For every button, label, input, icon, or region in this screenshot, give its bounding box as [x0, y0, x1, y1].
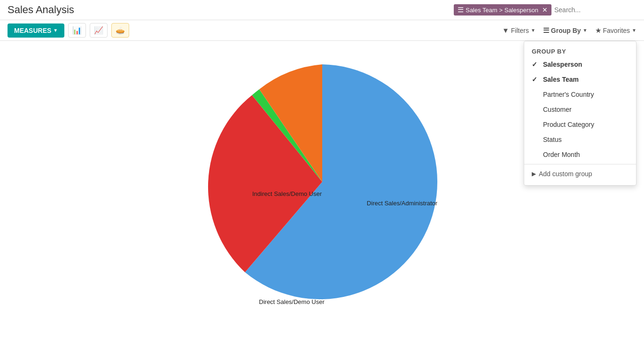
dropdown-title: Group By	[524, 45, 636, 57]
hamburger-icon: ☰	[458, 6, 464, 14]
page-title: Sales Analysis	[8, 4, 74, 16]
groupby-label-country: Partner's Country	[543, 91, 594, 98]
groupby-label-ordermonth: Order Month	[543, 151, 580, 158]
groupby-item-customer[interactable]: Customer	[524, 102, 636, 117]
top-bar: Sales Analysis ☰ Sales Team > Salesperso…	[0, 0, 644, 20]
groupby-arrow: ▼	[583, 28, 588, 33]
filters-arrow: ▼	[531, 28, 535, 33]
groupby-item-salesperson[interactable]: ✓ Salesperson	[524, 57, 636, 72]
favorites-arrow: ▼	[632, 28, 636, 33]
line-chart-icon: 📈	[94, 26, 103, 34]
pie-chart-button[interactable]: 🥧	[111, 23, 129, 38]
groupby-item-productcategory[interactable]: Product Category	[524, 117, 636, 132]
favorites-button[interactable]: ★ Favorites ▼	[595, 26, 636, 35]
groupby-dropdown: Group By ✓ Salesperson ✓ Sales Team Part…	[524, 41, 636, 186]
measures-label: MEASURES	[14, 27, 51, 34]
measures-arrow: ▼	[53, 28, 58, 33]
filter-icon: ▼	[502, 26, 509, 34]
bar-chart-icon: 📊	[72, 26, 82, 34]
groupby-item-salesteam[interactable]: ✓ Sales Team	[524, 72, 636, 87]
groupby-label-customer: Customer	[543, 106, 572, 113]
label-admin: Direct Sales/Administrator	[366, 200, 437, 207]
line-chart-button[interactable]: 📈	[90, 23, 108, 38]
dropdown-divider	[524, 164, 636, 164]
groupby-label-productcategory: Product Category	[543, 121, 594, 128]
groupby-label: Group By	[551, 27, 581, 34]
label-direct-demo: Direct Sales/Demo User	[259, 298, 325, 304]
toolbar-left: MEASURES ▼ 📊 📈 🥧	[8, 23, 129, 38]
label-indirect: Indirect Sales/Demo User	[252, 190, 322, 197]
toolbar: MEASURES ▼ 📊 📈 🥧 ▼ Filters ▼ ☰ Group By …	[0, 20, 644, 41]
filters-button[interactable]: ▼ Filters ▼	[502, 26, 535, 34]
measures-button[interactable]: MEASURES ▼	[8, 23, 64, 38]
groupby-label-status: Status	[543, 136, 562, 143]
star-icon: ★	[595, 26, 601, 35]
groupby-label-salesperson: Salesperson	[543, 61, 582, 68]
filter-tag-text: Sales Team > Salesperson	[466, 7, 538, 14]
pie-chart-icon: 🥧	[116, 26, 125, 34]
pie-chart-svg: Direct Sales/Administrator Indirect Sale…	[200, 60, 444, 304]
check-icon-salesteam: ✓	[532, 76, 539, 83]
active-filter-tag[interactable]: ☰ Sales Team > Salesperson ✕	[454, 4, 551, 16]
search-area: ☰ Sales Team > Salesperson ✕	[454, 4, 636, 16]
main-content: Direct Sales/Administrator Indirect Sale…	[0, 41, 644, 313]
filter-tag-close[interactable]: ✕	[542, 6, 548, 14]
groupby-item-ordermonth[interactable]: Order Month	[524, 147, 636, 162]
toolbar-right: ▼ Filters ▼ ☰ Group By ▼ ★ Favorites ▼	[502, 26, 636, 35]
groupby-item-status[interactable]: Status	[524, 132, 636, 147]
chevron-right-icon: ▶	[532, 171, 536, 177]
check-icon-salesperson: ✓	[532, 61, 539, 68]
groupby-item-country[interactable]: Partner's Country	[524, 87, 636, 102]
add-custom-group-item[interactable]: ▶ Add custom group	[524, 166, 636, 181]
groupby-button[interactable]: ☰ Group By ▼	[543, 26, 588, 35]
filters-label: Filters	[511, 27, 529, 34]
custom-group-label: Add custom group	[539, 170, 592, 178]
favorites-label: Favorites	[603, 27, 630, 34]
bar-chart-button[interactable]: 📊	[68, 23, 86, 38]
search-input[interactable]	[554, 6, 636, 14]
groupby-icon: ☰	[543, 26, 549, 35]
groupby-label-salesteam: Sales Team	[543, 76, 579, 83]
